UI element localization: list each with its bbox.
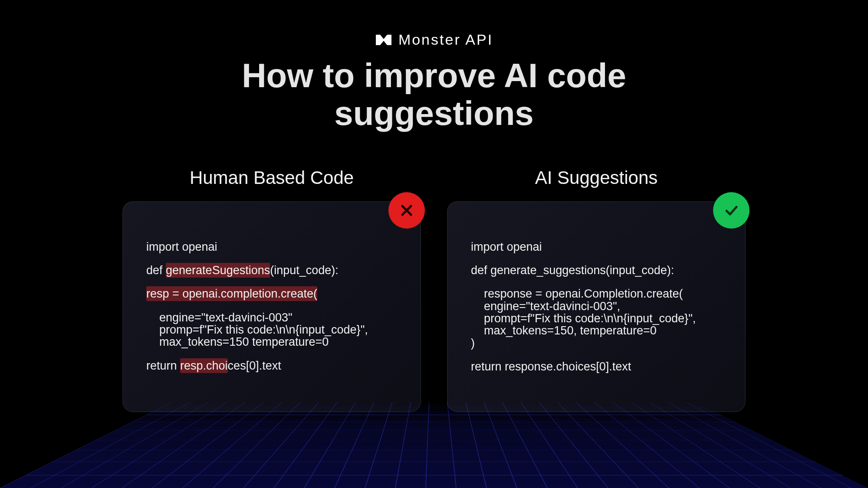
left-column: Human Based Code import openai def gener… (122, 167, 421, 412)
check-icon (713, 192, 750, 229)
code-line: max_tokens=150 temperature=0 (146, 335, 329, 348)
code-line: engine="text-davinci-003" (146, 311, 293, 324)
code-line: promp=f"Fix this code:\n\n{input_code}", (146, 323, 368, 336)
code-line: resp = openai.completion.create( (146, 286, 317, 301)
code-line: response = openai.Completion.create( (471, 287, 683, 300)
brand-name: Monster API (398, 31, 493, 48)
right-card: import openai def generate_suggestions(i… (447, 201, 746, 412)
code-line: return resp.choices[0].text (146, 358, 281, 373)
code-line: def generateSugestions(input_code): (146, 263, 339, 278)
code-line: ) (471, 337, 475, 350)
code-line: import openai (471, 240, 542, 253)
code-line: def generate_suggestions(input_code): (471, 264, 674, 277)
left-heading: Human Based Code (190, 167, 354, 188)
brand-row: Monster API (375, 31, 493, 48)
page-title: How to improve AI code suggestions (239, 57, 629, 133)
right-column: AI Suggestions import openai def generat… (447, 167, 746, 412)
content-wrapper: Monster API How to improve AI code sugge… (0, 0, 868, 488)
right-heading: AI Suggestions (535, 167, 658, 188)
code-highlight: generateSugestions (166, 263, 270, 278)
code-line: prompt=f"Fix this code:\n\n{input_code}"… (471, 312, 696, 325)
code-highlight: resp.choi (180, 358, 228, 373)
columns: Human Based Code import openai def gener… (0, 167, 868, 412)
code-line: return response.choices[0].text (471, 360, 631, 373)
code-line: import openai (146, 240, 217, 253)
code-highlight: resp = openai.completion.create( (146, 286, 317, 301)
code-line: engine="text-davinci-003", (471, 300, 620, 313)
x-icon (388, 192, 425, 229)
right-code-block: import openai def generate_suggestions(i… (471, 241, 722, 373)
left-card: import openai def generateSugestions(inp… (122, 201, 421, 412)
code-line: max_tokens=150, temperature=0 (471, 324, 657, 337)
monster-logo-icon (375, 33, 392, 47)
left-code-block: import openai def generateSugestions(inp… (146, 241, 397, 372)
